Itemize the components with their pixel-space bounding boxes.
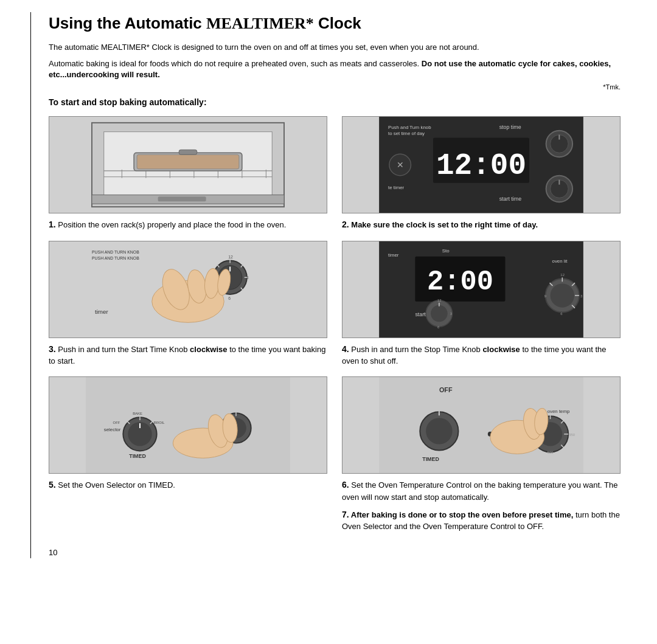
step-3-bold: clockwise [190, 345, 227, 354]
svg-text:timer: timer [388, 252, 399, 257]
step-7-text: 7. After baking is done or to stop the o… [342, 508, 620, 533]
oven-food-svg [49, 117, 327, 213]
svg-text:TIMED: TIMED [129, 454, 146, 460]
step-4-normal: Push in and turn the Stop Time Knob [349, 345, 483, 354]
step-3-block: PUSH AND TURN KNOB PUSH AND TURN KNOB 12… [49, 241, 327, 367]
intro-paragraph-1: The automatic MEALTIMER* Clock is design… [49, 42, 620, 53]
svg-point-73 [431, 305, 448, 322]
svg-rect-13 [179, 150, 197, 154]
step-3-num: 3. [49, 344, 56, 354]
svg-text:9: 9 [544, 294, 546, 298]
svg-text:OFF: OFF [113, 421, 120, 424]
step-3-text: 3. Push in and turn the Start Time Knob … [49, 343, 327, 367]
stop-knob-svg: timer Sto 2:00 start time oven lit [342, 241, 620, 338]
step-4-bold: clockwise [482, 345, 520, 354]
step-7-bold: After baking is done or to stop the oven… [349, 510, 574, 519]
svg-rect-15 [158, 196, 206, 201]
clock-12-svg: Push and Turn knob to set time of day st… [342, 117, 620, 213]
svg-text:OFF: OFF [439, 386, 453, 393]
step-6-num: 6. [342, 480, 349, 490]
step-1-block: 1. Position the oven rack(s) properly an… [49, 116, 327, 231]
step-2-desc: Make sure the clock is set to the right … [349, 220, 538, 229]
svg-text:PUSH AND TURN KNOB: PUSH AND TURN KNOB [92, 255, 139, 260]
svg-text:3: 3 [246, 275, 249, 280]
title-end: Clock [314, 14, 361, 32]
svg-text:Push and Turn knob: Push and Turn knob [388, 125, 431, 130]
step-4-image: timer Sto 2:00 start time oven lit [342, 241, 620, 338]
svg-text:te timer: te timer [388, 184, 405, 190]
svg-point-62 [551, 283, 575, 308]
step-2-num: 2. [342, 220, 349, 229]
step-1-num: 1. [49, 220, 56, 229]
svg-text:BAKE: BAKE [133, 412, 142, 416]
step-2-image: Push and Turn knob to set time of day st… [342, 116, 620, 213]
step-6-7-block: OFF oven temp TIMED [342, 376, 620, 532]
step-6-image: OFF oven temp TIMED [342, 376, 620, 474]
svg-text:to set time of day: to set time of day [388, 131, 425, 136]
step-4-num: 4. [342, 344, 349, 354]
svg-text:✕: ✕ [397, 160, 404, 170]
step-7-num: 7. [342, 510, 349, 519]
step-3-normal: Push in and turn the Start Time Knob [56, 345, 190, 354]
trademark-note: *Tmk. [49, 83, 620, 92]
svg-text:12: 12 [560, 273, 565, 277]
step-4-text: 4. Push in and turn the Stop Time Knob c… [342, 343, 620, 367]
page-container: Using the Automatic MEALTIMER* Clock The… [49, 12, 620, 558]
svg-rect-12 [137, 154, 239, 169]
step-2-text: 2. Make sure the clock is set to the rig… [342, 218, 620, 231]
svg-text:6: 6 [228, 296, 231, 300]
svg-text:timer: timer [95, 308, 109, 314]
svg-text:12: 12 [437, 299, 442, 302]
intro-paragraph-2: Automatic baking is ideal for foods whic… [49, 58, 620, 80]
step-5-desc: Set the Oven Selector on TIMED. [56, 480, 175, 490]
title-normal: Using the Automatic [49, 14, 206, 32]
svg-text:oven lit: oven lit [552, 258, 568, 263]
selector-timed-svg: selector BAKE BROIL OFF TIMED [49, 377, 327, 473]
svg-rect-79 [86, 377, 290, 473]
svg-point-102 [426, 418, 452, 445]
svg-text:500: 500 [548, 451, 554, 455]
step-5-block: selector BAKE BROIL OFF TIMED [49, 376, 327, 532]
margin-line [30, 12, 31, 558]
section-heading: To start and stop baking automatically: [49, 97, 620, 109]
start-knob-svg: PUSH AND TURN KNOB PUSH AND TURN KNOB 12… [49, 241, 327, 338]
intro2-normal: Automatic baking is ideal for foods whic… [49, 59, 422, 68]
page-number: 10 [49, 547, 620, 558]
svg-text:BROIL: BROIL [154, 421, 165, 424]
svg-text:9: 9 [423, 312, 425, 316]
step-5-text: 5. Set the Oven Selector on TIMED. [49, 479, 327, 491]
svg-text:12:00: 12:00 [436, 149, 526, 183]
step-5-image: selector BAKE BROIL OFF TIMED [49, 376, 327, 474]
step-2-block: Push and Turn knob to set time of day st… [342, 116, 620, 231]
svg-text:350: 350 [569, 433, 575, 437]
svg-text:200: 200 [548, 410, 554, 414]
step-1-desc: Position the oven rack(s) properly and p… [56, 220, 287, 229]
svg-text:stop time: stop time [499, 124, 521, 130]
svg-text:2:00: 2:00 [427, 266, 493, 298]
step-3-image: PUSH AND TURN KNOB PUSH AND TURN KNOB 12… [49, 241, 327, 338]
svg-text:selector: selector [104, 427, 121, 432]
steps-grid: 1. Position the oven rack(s) properly an… [49, 116, 620, 533]
svg-text:TIMED: TIMED [422, 457, 439, 463]
svg-text:12: 12 [228, 254, 233, 258]
step-6-desc: Set the Oven Temperature Control on the … [342, 480, 617, 502]
title-bold: MEALTIMER* [206, 15, 314, 32]
svg-text:PUSH AND TURN KNOB: PUSH AND TURN KNOB [92, 250, 139, 254]
step-5-num: 5. [49, 480, 56, 490]
oven-temp-svg: OFF oven temp TIMED [342, 377, 620, 473]
svg-text:Sto: Sto [442, 248, 450, 254]
step-4-block: timer Sto 2:00 start time oven lit [342, 241, 620, 367]
svg-text:start time: start time [499, 196, 522, 202]
step-1-text: 1. Position the oven rack(s) properly an… [49, 218, 327, 231]
step-1-image [49, 116, 327, 213]
step-6-text: 6. Set the Oven Temperature Control on t… [342, 479, 620, 504]
page-title: Using the Automatic MEALTIMER* Clock [49, 12, 620, 35]
